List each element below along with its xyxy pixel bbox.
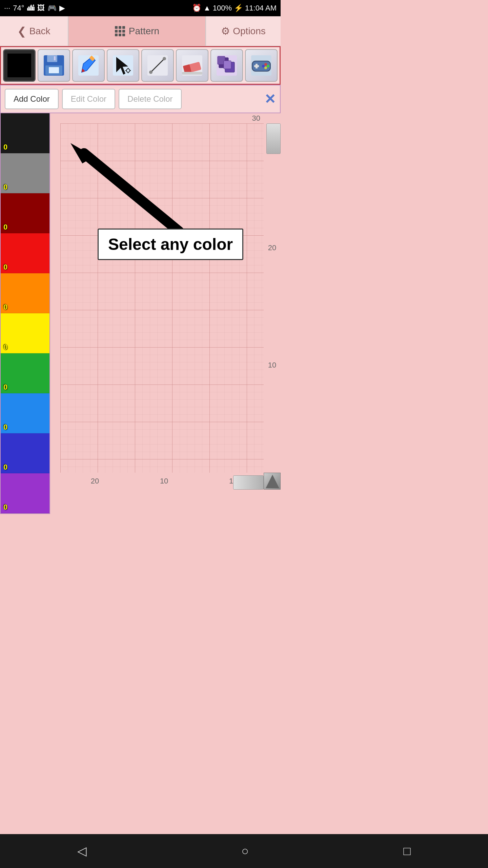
delete-color-button[interactable]: Delete Color	[119, 89, 181, 109]
svg-rect-2	[122, 26, 125, 29]
tool-gamepad[interactable]	[245, 49, 278, 82]
svg-point-42	[264, 63, 267, 66]
battery-icon: ⚡	[234, 4, 243, 13]
tool-line[interactable]	[141, 49, 174, 82]
tool-bar	[0, 46, 281, 85]
gear-icon: ⚙	[221, 25, 230, 37]
svg-rect-37	[224, 61, 231, 69]
svg-rect-4	[119, 30, 121, 33]
svg-point-43	[267, 65, 269, 67]
cursor-icon	[111, 54, 135, 77]
ruler-top: 30	[60, 113, 264, 123]
svg-rect-6	[115, 34, 118, 36]
pattern-tab[interactable]: Pattern	[68, 16, 206, 46]
svg-rect-13	[54, 56, 56, 60]
time: 11:04 AM	[245, 4, 277, 13]
color-blue[interactable]: 0	[1, 433, 49, 473]
grid-area: 30 30 20 10 1 20 10 1	[50, 113, 281, 507]
svg-rect-47	[60, 123, 264, 473]
color-darkred[interactable]: 0	[1, 193, 49, 233]
icon1: 🏙	[27, 4, 35, 13]
options-label: Options	[233, 26, 266, 37]
tool-save[interactable]	[38, 49, 70, 82]
line-icon	[146, 54, 169, 77]
ruler-bottom-20: 20	[91, 477, 99, 486]
svg-rect-1	[119, 26, 121, 29]
add-color-button[interactable]: Add Color	[5, 89, 59, 109]
icon2: 🖼	[37, 4, 45, 13]
grid-canvas[interactable]	[60, 123, 264, 473]
color-red[interactable]: 0	[1, 233, 49, 273]
color-yellow[interactable]: 0	[1, 313, 49, 353]
corner-resize	[264, 473, 281, 490]
black-square-icon	[7, 54, 31, 77]
close-button[interactable]: ✕	[264, 91, 276, 107]
edit-color-button[interactable]: Edit Color	[62, 89, 115, 109]
tool-black[interactable]	[3, 49, 36, 82]
status-dots: ···	[4, 4, 10, 13]
temperature: 74°	[13, 4, 24, 13]
color-lightblue[interactable]: 0	[1, 393, 49, 433]
color-black[interactable]: 0	[1, 113, 49, 153]
ruler-right: 30 20 10 1	[264, 123, 281, 490]
scrollbar-horizontal[interactable]	[233, 475, 264, 490]
tool-cursor[interactable]	[107, 49, 139, 82]
ruler-right-10: 10	[268, 361, 276, 370]
svg-rect-0	[115, 26, 118, 29]
svg-rect-41	[254, 65, 259, 67]
status-bar: ··· 74° 🏙 🖼 🎮 ▶ ⏰ ▲ 100% ⚡ 11:04 AM	[0, 0, 281, 16]
signal-strength: 100%	[213, 4, 232, 13]
color-actions-bar: Add Color Edit Color Delete Color ✕	[0, 85, 281, 113]
svg-marker-48	[266, 475, 279, 488]
svg-rect-5	[122, 30, 125, 33]
status-bar-right: ⏰ ▲ 100% ⚡ 11:04 AM	[192, 4, 277, 13]
svg-point-44	[262, 65, 265, 67]
back-label: Back	[29, 26, 50, 37]
eraser-icon	[180, 54, 204, 77]
options-button[interactable]: ⚙ Options	[206, 16, 281, 46]
nav-bar: ❮ Back Pattern ⚙ Options	[0, 16, 281, 46]
icon4: ▶	[59, 4, 65, 13]
back-button[interactable]: ❮ Back	[0, 16, 68, 46]
svg-rect-10	[47, 55, 57, 62]
ruler-bottom-1: 1	[229, 477, 233, 486]
gamepad-icon	[249, 54, 273, 77]
back-chevron: ❮	[17, 25, 26, 38]
svg-rect-32	[182, 72, 202, 75]
tool-eraser[interactable]	[176, 49, 208, 82]
grid-svg	[60, 123, 264, 473]
icon3: 🎮	[47, 4, 57, 13]
ruler-right-20: 20	[268, 243, 276, 252]
color-green[interactable]: 0	[1, 353, 49, 393]
svg-rect-7	[119, 34, 121, 36]
ruler-bottom-10: 10	[160, 477, 168, 486]
status-bar-left: ··· 74° 🏙 🖼 🎮 ▶	[4, 4, 65, 13]
pencil-icon	[77, 54, 100, 77]
alarm-icon: ⏰	[192, 4, 201, 13]
grid-icon	[115, 26, 125, 37]
svg-rect-8	[122, 34, 125, 36]
color-orange[interactable]: 0	[1, 273, 49, 313]
svg-rect-12	[49, 67, 59, 73]
color-sidebar: 0 0 0 0 0 0 0 0 0 0	[0, 113, 50, 514]
pattern-label: Pattern	[129, 26, 159, 37]
wifi-icon: ▲	[203, 4, 211, 13]
scrollbar-vertical[interactable]	[266, 123, 281, 154]
color-purple[interactable]: 0	[1, 473, 49, 513]
main-area: 0 0 0 0 0 0 0 0 0 0 30	[0, 113, 281, 514]
floppy-icon	[42, 54, 66, 77]
tool-stamp[interactable]	[210, 49, 243, 82]
stamp-icon	[215, 54, 239, 77]
tool-pencil[interactable]	[72, 49, 105, 82]
svg-point-45	[264, 66, 267, 69]
svg-rect-3	[115, 30, 118, 33]
color-gray[interactable]: 0	[1, 153, 49, 193]
ruler-top-label: 30	[252, 114, 260, 123]
